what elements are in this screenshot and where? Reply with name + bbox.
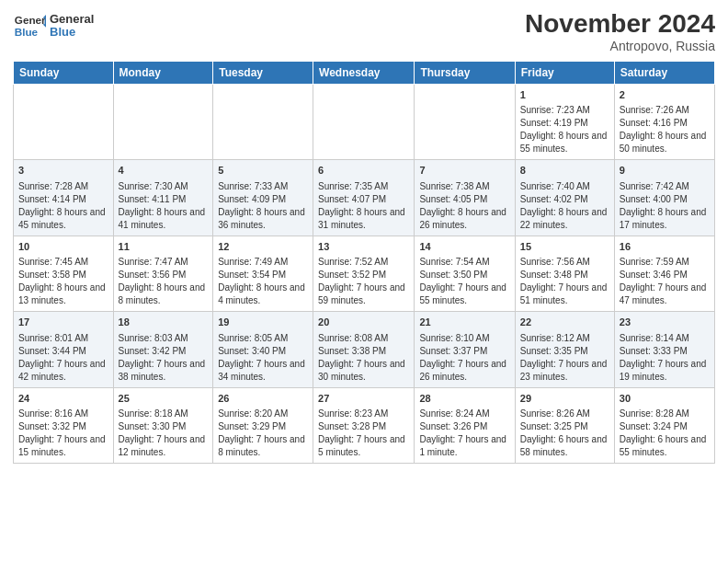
sunset: Sunset: 3:48 PM — [520, 269, 609, 282]
calendar-cell-0-6: 2Sunrise: 7:26 AMSunset: 4:16 PMDaylight… — [614, 85, 714, 160]
daylight-hours: Daylight: 8 hours and 22 minutes. — [520, 206, 609, 232]
sunset: Sunset: 3:32 PM — [18, 420, 108, 433]
sunset: Sunset: 3:42 PM — [119, 345, 209, 358]
sunset: Sunset: 3:38 PM — [318, 345, 409, 358]
calendar-cell-3-0: 17Sunrise: 8:01 AMSunset: 3:44 PMDayligh… — [14, 312, 114, 387]
day-number: 6 — [318, 164, 409, 178]
sunset: Sunset: 4:11 PM — [119, 193, 209, 206]
calendar-week-4: 24Sunrise: 8:16 AMSunset: 3:32 PMDayligh… — [14, 387, 715, 463]
sunrise: Sunrise: 8:01 AM — [18, 332, 108, 345]
day-number: 23 — [620, 316, 710, 329]
sunrise: Sunrise: 7:38 AM — [419, 180, 509, 193]
col-saturday: Saturday — [614, 62, 714, 85]
col-monday: Monday — [113, 62, 213, 85]
sunset: Sunset: 3:44 PM — [18, 345, 108, 358]
sunrise: Sunrise: 8:14 AM — [620, 332, 710, 345]
sunrise: Sunrise: 7:59 AM — [620, 256, 710, 269]
sunrise: Sunrise: 7:42 AM — [620, 180, 710, 193]
day-number: 8 — [520, 164, 609, 178]
title-block: November 2024 Antropovo, Russia — [525, 9, 715, 53]
day-number: 5 — [218, 164, 308, 178]
sunset: Sunset: 4:14 PM — [18, 193, 108, 206]
calendar-header-row: Sunday Monday Tuesday Wednesday Thursday… — [14, 62, 715, 85]
col-thursday: Thursday — [415, 62, 515, 85]
sunset: Sunset: 3:29 PM — [218, 420, 308, 433]
calendar-table: Sunday Monday Tuesday Wednesday Thursday… — [13, 61, 715, 464]
day-number: 2 — [620, 88, 710, 102]
calendar-cell-2-2: 12Sunrise: 7:49 AMSunset: 3:54 PMDayligh… — [213, 236, 313, 311]
calendar-cell-1-0: 3Sunrise: 7:28 AMSunset: 4:14 PMDaylight… — [14, 160, 114, 236]
header: General Blue General Blue November 2024 … — [13, 9, 715, 53]
calendar-cell-0-0 — [14, 85, 114, 160]
daylight-hours: Daylight: 7 hours and 23 minutes. — [520, 358, 609, 384]
calendar-cell-0-5: 1Sunrise: 7:23 AMSunset: 4:19 PMDaylight… — [515, 85, 614, 160]
calendar-cell-0-1 — [113, 85, 213, 160]
daylight-hours: Daylight: 7 hours and 51 minutes. — [520, 282, 609, 307]
day-number: 13 — [318, 240, 409, 254]
sunset: Sunset: 4:19 PM — [520, 117, 609, 130]
day-number: 1 — [520, 88, 609, 102]
calendar-cell-3-6: 23Sunrise: 8:14 AMSunset: 3:33 PMDayligh… — [614, 312, 714, 387]
day-number: 16 — [620, 240, 710, 254]
sunset: Sunset: 4:02 PM — [520, 193, 609, 206]
day-number: 11 — [119, 240, 209, 254]
daylight-hours: Daylight: 7 hours and 8 minutes. — [218, 433, 308, 459]
svg-text:Blue: Blue — [15, 26, 39, 38]
sunrise: Sunrise: 8:20 AM — [218, 408, 308, 420]
sunrise: Sunrise: 7:45 AM — [18, 256, 108, 269]
sunset: Sunset: 3:37 PM — [419, 345, 509, 358]
location: Antropovo, Russia — [525, 39, 715, 53]
calendar-cell-1-4: 7Sunrise: 7:38 AMSunset: 4:05 PMDaylight… — [415, 160, 515, 236]
day-number: 29 — [520, 392, 609, 406]
month-title: November 2024 — [525, 9, 715, 39]
sunset: Sunset: 3:58 PM — [18, 269, 108, 282]
daylight-hours: Daylight: 7 hours and 38 minutes. — [119, 358, 209, 384]
sunset: Sunset: 4:09 PM — [218, 193, 308, 206]
day-number: 26 — [218, 392, 308, 406]
sunset: Sunset: 4:16 PM — [620, 117, 710, 130]
sunrise: Sunrise: 7:40 AM — [520, 180, 609, 193]
daylight-hours: Daylight: 8 hours and 36 minutes. — [218, 206, 308, 232]
logo: General Blue General Blue — [13, 9, 94, 42]
logo-blue: Blue — [50, 26, 94, 39]
daylight-hours: Daylight: 8 hours and 17 minutes. — [620, 206, 710, 232]
sunrise: Sunrise: 7:30 AM — [119, 180, 209, 193]
day-number: 20 — [318, 316, 409, 329]
day-number: 3 — [18, 164, 108, 178]
daylight-hours: Daylight: 8 hours and 41 minutes. — [119, 206, 209, 232]
day-number: 7 — [419, 164, 509, 178]
calendar-cell-1-1: 4Sunrise: 7:30 AMSunset: 4:11 PMDaylight… — [113, 160, 213, 236]
sunset: Sunset: 3:50 PM — [419, 269, 509, 282]
calendar-cell-0-4 — [415, 85, 515, 160]
calendar-cell-2-1: 11Sunrise: 7:47 AMSunset: 3:56 PMDayligh… — [113, 236, 213, 311]
daylight-hours: Daylight: 8 hours and 13 minutes. — [18, 282, 108, 307]
calendar-cell-3-2: 19Sunrise: 8:05 AMSunset: 3:40 PMDayligh… — [213, 312, 313, 387]
sunset: Sunset: 3:30 PM — [119, 420, 209, 433]
page-container: General Blue General Blue November 2024 … — [0, 0, 728, 471]
sunset: Sunset: 3:25 PM — [520, 420, 609, 433]
calendar-cell-4-0: 24Sunrise: 8:16 AMSunset: 3:32 PMDayligh… — [14, 387, 114, 463]
day-number: 14 — [419, 240, 509, 254]
calendar-cell-3-4: 21Sunrise: 8:10 AMSunset: 3:37 PMDayligh… — [415, 312, 515, 387]
sunrise: Sunrise: 8:18 AM — [119, 408, 209, 420]
sunrise: Sunrise: 7:49 AM — [218, 256, 308, 269]
daylight-hours: Daylight: 7 hours and 12 minutes. — [119, 433, 209, 459]
sunrise: Sunrise: 8:23 AM — [318, 408, 409, 420]
col-tuesday: Tuesday — [213, 62, 313, 85]
daylight-hours: Daylight: 6 hours and 55 minutes. — [620, 433, 710, 459]
day-number: 19 — [218, 316, 308, 329]
daylight-hours: Daylight: 8 hours and 55 minutes. — [520, 130, 609, 155]
day-number: 17 — [18, 316, 108, 329]
day-number: 12 — [218, 240, 308, 254]
calendar-cell-4-5: 29Sunrise: 8:26 AMSunset: 3:25 PMDayligh… — [515, 387, 614, 463]
calendar-cell-1-5: 8Sunrise: 7:40 AMSunset: 4:02 PMDaylight… — [515, 160, 614, 236]
daylight-hours: Daylight: 7 hours and 5 minutes. — [318, 433, 409, 459]
col-wednesday: Wednesday — [313, 62, 415, 85]
sunset: Sunset: 3:40 PM — [218, 345, 308, 358]
day-number: 24 — [18, 392, 108, 406]
calendar-cell-1-3: 6Sunrise: 7:35 AMSunset: 4:07 PMDaylight… — [313, 160, 415, 236]
calendar-cell-3-5: 22Sunrise: 8:12 AMSunset: 3:35 PMDayligh… — [515, 312, 614, 387]
sunset: Sunset: 3:52 PM — [318, 269, 409, 282]
daylight-hours: Daylight: 7 hours and 19 minutes. — [620, 358, 710, 384]
daylight-hours: Daylight: 8 hours and 8 minutes. — [119, 282, 209, 307]
